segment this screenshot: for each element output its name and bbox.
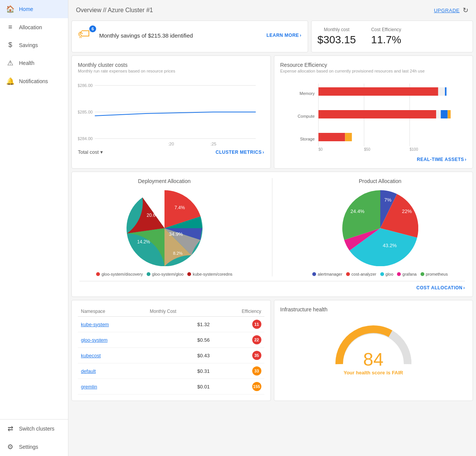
- svg-text:20.6%: 20.6%: [146, 213, 159, 218]
- monthly-costs-title: Monthly cluster costs: [78, 62, 264, 68]
- table-row: default $0.31 33: [78, 363, 264, 379]
- namespace-link[interactable]: gremlin: [81, 384, 97, 390]
- allocation-row: Deployment Allocation 7.4% 34.9% 14.2% 2…: [79, 178, 465, 276]
- legend-item: gloo: [380, 272, 394, 276]
- svg-text:22%: 22%: [402, 208, 411, 214]
- monthly-cost-item: Monthly cost $303.15: [318, 27, 356, 46]
- efficiency-badge: 22: [252, 335, 261, 344]
- namespace-link[interactable]: kube-system: [81, 322, 109, 327]
- sidebar-label-settings: Settings: [19, 444, 38, 450]
- monthly-costs-subtitle: Monthly run rate expenses based on resou…: [78, 69, 264, 73]
- namespace-cell: gremlin: [78, 379, 147, 394]
- sidebar-item-switch-clusters[interactable]: ⇄ Switch clusters: [0, 420, 68, 438]
- allocation-card: Deployment Allocation 7.4% 34.9% 14.2% 2…: [71, 172, 473, 297]
- svg-text::25: :25: [210, 142, 217, 146]
- legend-item: cost-analyzer: [346, 272, 376, 276]
- health-label: Your health score is FAIR: [343, 370, 403, 376]
- svg-text:43.2%: 43.2%: [383, 243, 397, 248]
- cost-allocation-link[interactable]: COST ALLOCATION ›: [416, 285, 465, 290]
- efficiency-cell: 35: [213, 348, 264, 363]
- svg-text:24.4%: 24.4%: [350, 208, 364, 214]
- legend-item: prometheus: [421, 272, 448, 276]
- col-efficiency: Efficiency: [213, 306, 264, 317]
- sidebar-label-notifications: Notifications: [19, 78, 48, 84]
- deployment-allocation: Deployment Allocation 7.4% 34.9% 14.2% 2…: [79, 178, 249, 276]
- sidebar-item-savings[interactable]: $ Savings: [0, 36, 68, 54]
- sidebar-item-notifications[interactable]: 🔔 Notifications: [0, 72, 68, 90]
- col-monthly-cost: Monthly Cost: [147, 306, 213, 317]
- efficiency-badge: 155: [252, 382, 261, 391]
- svg-rect-24: [318, 133, 345, 141]
- sidebar-item-allocation[interactable]: ≡ Allocation: [0, 18, 68, 36]
- savings-text: Monthly savings of $215.38 identified: [99, 32, 193, 39]
- line-chart-svg: $286.00 $285.00 $284.00 :20 :25: [78, 78, 264, 146]
- allocation-footer: COST ALLOCATION ›: [79, 281, 465, 290]
- svg-rect-25: [345, 133, 352, 141]
- table-row: gloo-system $0.56 22: [78, 332, 264, 348]
- efficiency-badge: 33: [252, 366, 261, 376]
- namespace-cell: gloo-system: [78, 332, 147, 348]
- upgrade-button[interactable]: UPGRADE: [434, 8, 460, 13]
- settings-icon: ⚙: [6, 443, 14, 451]
- efficiency-badge: 11: [252, 320, 261, 329]
- table-row: kube-system $1.32 11: [78, 317, 264, 332]
- legend-item: alertmanager: [312, 272, 342, 276]
- learn-more-link[interactable]: LEARN MORE ›: [266, 33, 301, 38]
- sidebar: 🏠 Home ≡ Allocation $ Savings ⚠ Health 🔔…: [0, 0, 68, 456]
- svg-text:7.4%: 7.4%: [174, 205, 185, 210]
- svg-rect-17: [318, 87, 444, 96]
- namespace-cell: default: [78, 363, 147, 379]
- monthly-costs-card: Monthly cluster costs Monthly run rate e…: [71, 55, 271, 169]
- efficiency-cell: 22: [213, 332, 264, 348]
- efficiency-badge: 35: [252, 351, 261, 360]
- product-allocation-title: Product Allocation: [295, 178, 465, 184]
- charts-row: Monthly cluster costs Monthly run rate e…: [71, 55, 473, 169]
- svg-text:$50: $50: [364, 147, 370, 151]
- header: Overview // Azure Cluster #1 UPGRADE ↻: [68, 0, 476, 21]
- svg-rect-22: [441, 110, 448, 118]
- svg-text:$285.00: $285.00: [78, 110, 93, 114]
- namespace-table-card: Namespace Monthly Cost Efficiency kube-s…: [71, 300, 271, 401]
- efficiency-cell: 11: [213, 317, 264, 332]
- cost-cell: $0.43: [147, 348, 213, 363]
- health-title: Infrastructure health: [280, 306, 467, 312]
- deployment-legend: gloo-system/discovery gloo-system/gloo k…: [79, 272, 249, 276]
- efficiency-cell: 33: [213, 363, 264, 379]
- home-icon: 🏠: [6, 5, 14, 13]
- svg-text:Compute: Compute: [297, 114, 315, 118]
- health-gauge: 84 Your health score is FAIR: [280, 319, 467, 376]
- sidebar-label-switch: Switch clusters: [19, 426, 54, 432]
- svg-rect-20: [318, 110, 436, 118]
- divider: [272, 178, 272, 276]
- savings-banner: 🏷 6 Monthly savings of $215.38 identifie…: [78, 27, 302, 44]
- svg-text:14.2%: 14.2%: [137, 239, 150, 245]
- namespace-link[interactable]: gloo-system: [81, 337, 108, 343]
- savings-banner-card: 🏷 6 Monthly savings of $215.38 identifie…: [71, 21, 308, 52]
- svg-text:$286.00: $286.00: [78, 84, 93, 88]
- product-allocation: Product Allocation 7% 22% 43.2%: [295, 178, 465, 276]
- sidebar-bottom: ⇄ Switch clusters ⚙ Settings: [0, 419, 68, 456]
- sidebar-item-settings[interactable]: ⚙ Settings: [0, 438, 68, 456]
- cluster-metrics-link[interactable]: CLUSTER METRICS ›: [216, 150, 264, 155]
- header-actions: UPGRADE ↻: [434, 6, 468, 14]
- table-row: kubecost $0.43 35: [78, 348, 264, 363]
- top-cards-row: 🏷 6 Monthly savings of $215.38 identifie…: [71, 21, 473, 52]
- efficiency-value: 11.7%: [371, 34, 401, 46]
- sidebar-item-home[interactable]: 🏠 Home: [0, 0, 68, 18]
- sidebar-label-health: Health: [19, 60, 34, 66]
- health-rating: FAIR: [392, 370, 403, 376]
- sidebar-item-health[interactable]: ⚠ Health: [0, 54, 68, 72]
- monthly-costs-footer: Total cost ▾ CLUSTER METRICS ›: [78, 149, 264, 155]
- namespace-link[interactable]: default: [81, 368, 96, 374]
- svg-text:$100: $100: [410, 147, 418, 151]
- health-icon: ⚠: [6, 59, 14, 67]
- deployment-allocation-title: Deployment Allocation: [79, 178, 249, 184]
- namespace-cell: kube-system: [78, 317, 147, 332]
- svg-rect-19: [445, 87, 446, 96]
- real-time-assets-link[interactable]: REAL-TIME ASSETS ›: [417, 157, 467, 162]
- savings-icon: $: [6, 41, 14, 49]
- total-cost-label[interactable]: Total cost ▾: [78, 149, 103, 155]
- namespace-link[interactable]: kubecost: [81, 353, 101, 358]
- cost-cell: $1.32: [147, 317, 213, 332]
- refresh-icon[interactable]: ↻: [463, 6, 468, 14]
